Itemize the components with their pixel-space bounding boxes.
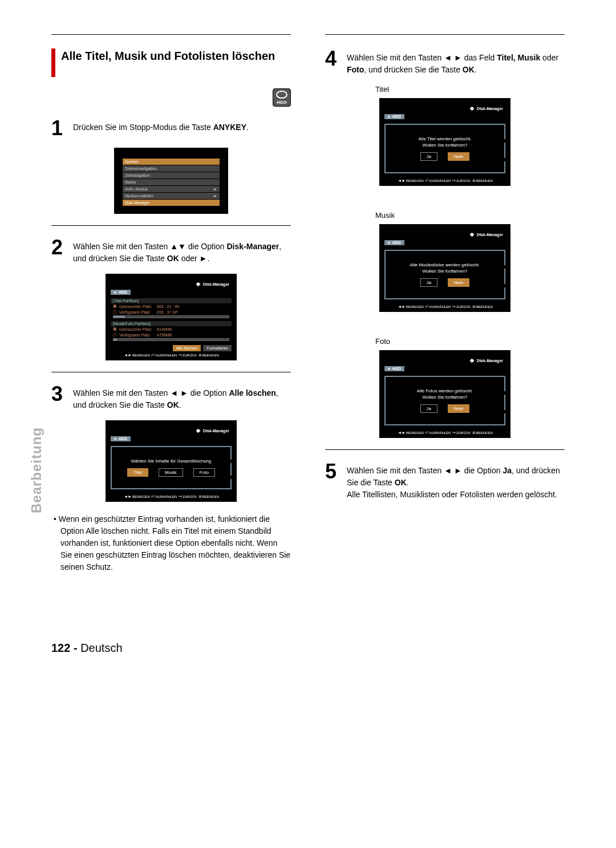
section-heading: Alle Titel, Musik und Fotolisten löschen <box>61 48 275 63</box>
step-number: 3 <box>51 384 67 411</box>
prompt-line2: Wollen Sie fortfahren? <box>391 395 499 400</box>
step-number: 2 <box>51 237 67 265</box>
red-bar-icon <box>51 48 55 77</box>
prompt-line1: Alle Fotos werden gelöscht. <box>391 388 499 393</box>
prompt-line2: Wollen Sie fortfahren? <box>391 269 499 274</box>
step-5: 5 Wählen Sie mit den Tasten ◄ ► die Opti… <box>325 461 565 501</box>
screen-label-foto: Foto <box>375 337 565 346</box>
hdd-tag: ⎋HDD <box>384 366 404 371</box>
divider <box>51 372 291 372</box>
menu-item-highlighted: Disk-Manager <box>123 200 220 206</box>
diamond-icon: ❖ <box>469 358 475 364</box>
hdd-icon: HDD <box>273 88 291 107</box>
step-number: 4 <box>325 48 341 76</box>
diamond-icon: ❖ <box>469 106 475 112</box>
screen-header: ❖Disk-Manager <box>384 230 505 239</box>
screen-footer: ◄►BEWEGEN ⏎AUSWÄHLEN ↪ZURÜCK ⊘BEENDEN <box>384 429 505 435</box>
partition-title: [Titel-Partition] ▣Gebrauchter Platz003 … <box>111 298 232 319</box>
hdd-tag: ⎋HDD <box>384 240 404 245</box>
dialog-frame: Alle Musikstücke werden gelöscht. Wollen… <box>384 250 505 299</box>
btn-delete-all: Alle löschen <box>173 345 201 351</box>
divider <box>325 449 565 450</box>
divider <box>325 34 565 35</box>
step-4: 4 Wählen Sie mit den Tasten ◄ ► das Feld… <box>325 48 565 76</box>
step-text: Wählen Sie mit den Tasten ◄ ► die Option… <box>347 461 565 501</box>
screen-label-musik: Musik <box>375 211 565 220</box>
dialog-frame: Wählen Sie Inhalte für Gesamtlöschung Ti… <box>111 446 232 489</box>
choice-ja: Ja <box>420 278 437 287</box>
menu-item: Medium wählen► <box>123 193 220 199</box>
screen-header: ❖Disk-Manager <box>111 427 232 435</box>
sidebar-section-label: Bearbeitung <box>29 427 44 513</box>
screen-anykey-menu: Suchen Szenennavigation Zeitnavigation M… <box>114 148 228 214</box>
choice-nein: Nein <box>448 278 469 287</box>
hdd-tag: ⎋HDD <box>111 290 131 295</box>
screen-select-content: ❖Disk-Manager ⎋HDD Wählen Sie Inhalte fü… <box>106 420 237 502</box>
hdd-tag: ⎋HDD <box>111 436 131 441</box>
diamond-icon: ❖ <box>196 281 201 287</box>
step-3: 3 Wählen Sie mit den Tasten ◄ ► die Opti… <box>51 384 291 411</box>
screen-footer: ◄►BEWEGEN ⏎AUSWÄHLEN ↪ZURÜCK ⊘BEENDEN <box>111 351 232 358</box>
screen-label-titel: Titel <box>375 85 565 94</box>
choice-nein: Nein <box>448 152 469 161</box>
step-1: 1 Drücken Sie im Stopp-Modus die Taste A… <box>51 118 291 139</box>
choice-musik: Musik <box>159 468 183 477</box>
left-column: Alle Titel, Musik und Fotolisten löschen… <box>51 34 291 573</box>
note-text: • Wenn ein geschützter Eintrag vorhanden… <box>51 513 291 573</box>
step-2: 2 Wählen Sie mit den Tasten ▲▼ die Optio… <box>51 237 291 265</box>
step-text: Wählen Sie mit den Tasten ◄ ► die Option… <box>73 384 291 411</box>
step-number: 1 <box>51 118 67 139</box>
screen-footer: ◄►BEWEGEN ⏎AUSWÄHLEN ↪ZURÜCK ⊘BEENDEN <box>111 493 232 499</box>
choice-ja: Ja <box>420 404 437 413</box>
screen-disk-manager: ❖Disk-Manager ⎋HDD [Titel-Partition] ▣Ge… <box>106 274 237 360</box>
choice-nein: Nein <box>448 404 469 413</box>
dialog-frame: Alle Titel werden gelöscht. Wollen Sie f… <box>384 124 505 173</box>
divider <box>51 34 291 35</box>
divider <box>51 225 291 226</box>
choice-foto: Foto <box>193 468 215 477</box>
choice-ja: Ja <box>420 152 437 161</box>
page-footer: 122 - Deutsch <box>51 642 565 655</box>
menu-item: Marke <box>123 179 220 185</box>
screen-header: ❖Disk-Manager <box>111 280 232 289</box>
right-column: 4 Wählen Sie mit den Tasten ◄ ► das Feld… <box>325 34 565 573</box>
screen-footer: ◄►BEWEGEN ⏎AUSWÄHLEN ↪ZURÜCK ⊘BEENDEN <box>384 177 505 183</box>
diamond-icon: ❖ <box>469 232 475 238</box>
partition-music-photo: [Musik/Foto Partition] ▣Gebrauchter Plat… <box>111 321 232 342</box>
choice-row: Ja Nein <box>391 278 499 287</box>
hdd-tag: ⎋HDD <box>384 114 404 119</box>
prompt-line1: Alle Titel werden gelöscht. <box>391 136 499 141</box>
step-text: Wählen Sie mit den Tasten ◄ ► das Feld T… <box>347 48 565 76</box>
screen-footer: ◄►BEWEGEN ⏎AUSWÄHLEN ↪ZURÜCK ⊘BEENDEN <box>384 303 505 309</box>
section-title: Alle Titel, Musik und Fotolisten löschen <box>51 48 291 77</box>
prompt-line2: Wollen Sie fortfahren? <box>391 143 499 148</box>
step-text: Drücken Sie im Stopp-Modus die Taste ANY… <box>73 118 249 139</box>
diamond-icon: ❖ <box>196 428 201 434</box>
choice-row: Ja Nein <box>391 152 499 161</box>
prompt-line1: Alle Musikstücke werden gelöscht. <box>391 262 499 267</box>
screen-header: ❖Disk-Manager <box>384 356 505 365</box>
step-text: Wählen Sie mit den Tasten ▲▼ die Option … <box>73 237 291 265</box>
menu-item: Aufn.-Modus► <box>123 186 220 192</box>
menu-item: Szenennavigation <box>123 165 220 172</box>
dialog-frame: Alle Fotos werden gelöscht. Wollen Sie f… <box>384 376 505 425</box>
screen-confirm-musik: ❖Disk-Manager ⎋HDD Alle Musikstücke werd… <box>379 224 510 312</box>
menu-item: Zeitnavigation <box>123 172 220 178</box>
choice-row: Ja Nein <box>391 404 499 413</box>
screen-confirm-foto: ❖Disk-Manager ⎋HDD Alle Fotos werden gel… <box>379 350 510 438</box>
prompt-text: Wählen Sie Inhalte für Gesamtlöschung <box>117 459 225 464</box>
screen-header: ❖Disk-Manager <box>384 104 505 113</box>
btn-format: Formatieren <box>203 345 232 351</box>
choice-row: Titel Musik Foto <box>117 468 225 477</box>
menu-list: Suchen Szenennavigation Zeitnavigation M… <box>119 154 223 211</box>
choice-titel: Titel <box>127 468 148 477</box>
page-columns: Alle Titel, Musik und Fotolisten löschen… <box>51 34 565 573</box>
step-number: 5 <box>325 461 341 501</box>
menu-item: Suchen <box>123 159 220 165</box>
screen-confirm-titel: ❖Disk-Manager ⎋HDD Alle Titel werden gel… <box>379 98 510 186</box>
